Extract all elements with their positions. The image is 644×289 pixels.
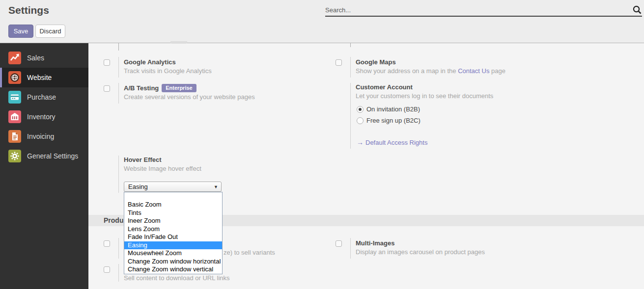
dropdown-option-selected[interactable]: Easing (124, 241, 222, 250)
digital-content-desc: Sell content to download or URL links (124, 274, 230, 282)
divider-vline (118, 83, 119, 104)
divider-vline (118, 264, 119, 282)
search-bar (325, 4, 642, 17)
radio-free-signup-b2c[interactable] (357, 117, 364, 124)
default-access-rights-link[interactable]: →Default Access Rights (357, 138, 427, 146)
multi-images-desc: Display an images carousel on product pa… (356, 248, 485, 256)
divider-vline (118, 43, 119, 51)
top-header: Settings Save Discard (0, 0, 644, 43)
multi-images-checkbox[interactable] (336, 240, 342, 247)
dropdown-option[interactable]: Ineer Zoom (124, 217, 222, 225)
google-analytics-desc: Track visits in Google Analytics (124, 67, 212, 75)
divider-vline (350, 43, 351, 47)
dropdown-option[interactable]: Change Zoom window vertical (124, 265, 222, 274)
app-sidebar: Sales Website (0, 43, 88, 289)
save-button[interactable]: Save (8, 25, 33, 38)
settings-page: Settings Save Discard Sales (0, 0, 644, 289)
sidebar-item-invoicing[interactable]: Invoicing (0, 127, 88, 146)
google-analytics-title: Google Analytics (124, 58, 176, 66)
sidebar-item-label: Purchase (27, 87, 56, 107)
arrow-right-icon: → (357, 138, 364, 146)
enterprise-badge: Enterprise (162, 84, 196, 92)
radio-dot (359, 108, 362, 111)
search-input[interactable] (325, 4, 620, 16)
hover-effect-dropdown: Basic Zoom Tints Ineer Zoom Lens Zoom Fa… (124, 192, 223, 274)
sidebar-item-general-settings[interactable]: General Settings (0, 146, 88, 166)
google-analytics-checkbox[interactable] (104, 59, 110, 66)
ab-testing-title: A/B TestingEnterprise (124, 84, 196, 92)
dropdown-option[interactable] (124, 192, 222, 201)
hover-effect-title: Hover Effect (124, 156, 162, 163)
divider-vline (350, 57, 351, 78)
gear-icon (8, 150, 21, 162)
dropdown-option[interactable]: Tints (124, 209, 222, 217)
sidebar-item-sales[interactable]: Sales (0, 48, 88, 68)
active-indicator-bar (0, 68, 2, 87)
sidebar-item-purchase[interactable]: Purchase (0, 87, 88, 107)
discard-button[interactable]: Discard (35, 25, 65, 38)
contact-us-link[interactable]: Contact Us (458, 67, 489, 75)
invoicing-app-icon (8, 130, 21, 143)
sidebar-item-label: Website (27, 68, 52, 87)
sidebar-item-inventory[interactable]: Inventory (0, 107, 88, 127)
google-maps-title: Google Maps (356, 58, 396, 66)
sidebar-item-label: Sales (27, 48, 44, 68)
website-app-icon (8, 71, 21, 84)
google-maps-desc-text: Show your address on a map in the (356, 67, 458, 75)
customer-account-desc: Let your customers log in to see their d… (356, 92, 493, 100)
inventory-app-icon (8, 110, 21, 123)
hover-effect-select-value: Easing (128, 182, 148, 191)
dropdown-option[interactable]: Mousewheel Zoom (124, 249, 222, 258)
radio-label-b2c: Free sign up (B2C) (366, 117, 420, 124)
radio-label-b2b: On invitation (B2B) (366, 105, 420, 113)
caret-down-icon: ▼ (214, 184, 218, 189)
dropdown-option[interactable]: Fade In/Fade Out (124, 233, 222, 241)
divider-vline (118, 57, 119, 78)
divider-vline (118, 156, 119, 193)
dropdown-option[interactable]: Basic Zoom (124, 201, 222, 209)
multi-images-title: Multi-Images (356, 239, 394, 247)
ab-testing-title-text: A/B Testing (124, 84, 159, 92)
purchase-app-icon (8, 91, 21, 104)
ab-testing-checkbox[interactable] (104, 85, 110, 92)
sidebar-item-label: Invoicing (27, 127, 54, 146)
divider-vline (350, 238, 351, 259)
cutoff-field-fragment (170, 41, 187, 44)
attributes-checkbox[interactable] (104, 240, 110, 247)
radio-on-invitation-b2b[interactable] (357, 106, 364, 113)
hover-effect-desc: Website Image hover effect (124, 165, 201, 172)
search-icon[interactable] (632, 5, 642, 15)
page-title: Settings (8, 4, 49, 16)
google-maps-desc: Show your address on a map in the Contac… (356, 67, 505, 75)
dropdown-option[interactable]: Change Zoom window horizontal (124, 258, 222, 266)
sidebar-item-label: General Settings (27, 146, 78, 166)
divider-vline (350, 83, 351, 149)
dropdown-option[interactable]: Lens Zoom (124, 225, 222, 234)
section-heading-partial: Produ (104, 215, 123, 226)
divider-vline (118, 238, 119, 259)
default-access-rights-label[interactable]: Default Access Rights (365, 139, 427, 146)
ab-testing-desc: Create several versions of your website … (124, 93, 255, 101)
sidebar-item-website[interactable]: Website (0, 68, 88, 87)
google-maps-checkbox[interactable] (336, 59, 342, 66)
google-maps-desc-text: page (489, 67, 505, 75)
customer-account-title: Customer Account (356, 83, 413, 91)
sidebar-item-label: Inventory (27, 107, 56, 127)
attributes-desc-fragment: ze) to sell variants (224, 249, 275, 256)
digital-content-checkbox[interactable] (104, 266, 110, 273)
hover-effect-select[interactable]: Easing ▼ (124, 182, 222, 192)
sales-app-icon (8, 52, 21, 64)
